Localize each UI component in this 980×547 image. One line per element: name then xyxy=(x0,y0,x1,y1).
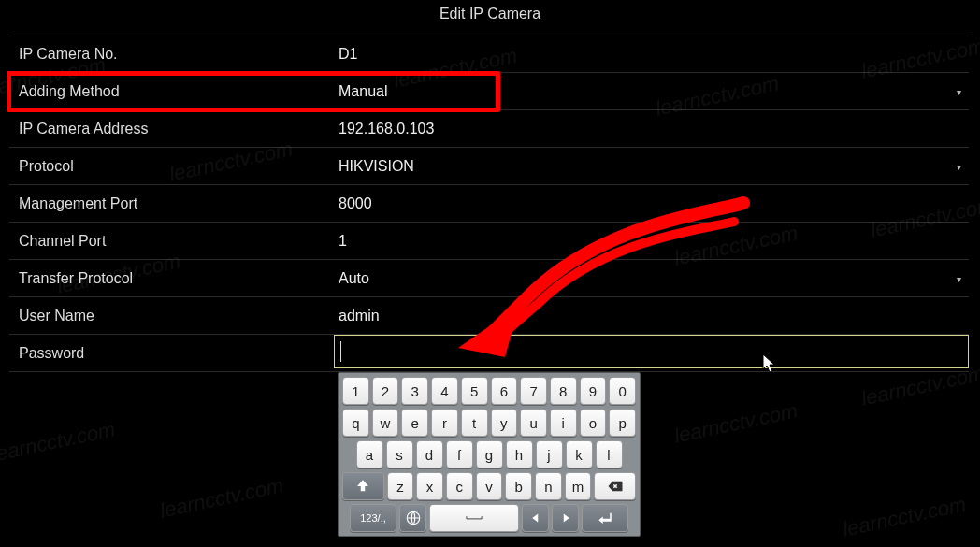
watermark: learncctv.com xyxy=(158,473,286,523)
key-5[interactable]: 5 xyxy=(461,377,488,405)
key-space[interactable] xyxy=(429,504,519,532)
dialog-title: Edit IP Camera xyxy=(0,6,980,22)
key-e[interactable]: e xyxy=(401,409,428,437)
key-symbols[interactable]: 123/., xyxy=(350,504,396,532)
key-a[interactable]: a xyxy=(356,440,383,468)
row-ip-address: IP Camera Address 192.168.0.103 xyxy=(9,110,969,148)
row-mgmt-port: Management Port 8000 xyxy=(9,185,969,223)
key-1[interactable]: 1 xyxy=(342,377,369,405)
password-input[interactable] xyxy=(334,335,969,368)
key-t[interactable]: t xyxy=(461,409,488,437)
label-user-name: User Name xyxy=(9,308,333,324)
chevron-down-icon: ▾ xyxy=(957,86,961,96)
key-h[interactable]: h xyxy=(506,440,533,468)
key-globe[interactable] xyxy=(399,504,426,532)
label-transfer-protocol: Transfer Protocol xyxy=(9,270,333,287)
key-d[interactable]: d xyxy=(416,440,443,468)
key-n[interactable]: n xyxy=(535,472,562,500)
row-adding-method: Adding Method Manual ▾ xyxy=(9,73,969,110)
key-8[interactable]: 8 xyxy=(550,377,577,405)
shift-icon xyxy=(354,478,371,495)
key-2[interactable]: 2 xyxy=(372,377,399,405)
key-f[interactable]: f xyxy=(446,440,473,468)
label-camera-no: IP Camera No. xyxy=(9,46,333,63)
keyboard-row-2: q w e r t y u i o p xyxy=(342,409,636,437)
key-9[interactable]: 9 xyxy=(580,377,607,405)
keyboard-row-1: 1 2 3 4 5 6 7 8 9 0 xyxy=(342,377,636,405)
key-y[interactable]: y xyxy=(491,409,518,437)
key-r[interactable]: r xyxy=(431,409,458,437)
key-backspace[interactable] xyxy=(594,472,636,500)
watermark: learncctv.com xyxy=(0,417,117,467)
row-transfer-protocol: Transfer Protocol Auto ▾ xyxy=(9,260,969,297)
key-x[interactable]: x xyxy=(416,472,443,500)
on-screen-keyboard: 1 2 3 4 5 6 7 8 9 0 q w e r t y u i o p … xyxy=(338,372,641,537)
key-3[interactable]: 3 xyxy=(401,377,428,405)
row-protocol: Protocol HIKVISION ▾ xyxy=(9,148,969,185)
key-shift[interactable] xyxy=(342,472,384,500)
watermark: learncctv.com xyxy=(841,492,969,541)
space-icon xyxy=(466,510,483,526)
label-password: Password xyxy=(9,345,333,362)
value-transfer-protocol[interactable]: Auto ▾ xyxy=(333,270,969,287)
chevron-down-icon: ▾ xyxy=(957,273,961,283)
key-0[interactable]: 0 xyxy=(609,377,636,405)
key-enter[interactable] xyxy=(582,504,628,532)
key-6[interactable]: 6 xyxy=(491,377,518,405)
value-adding-method[interactable]: Manual ▾ xyxy=(333,83,969,100)
arrow-right-icon xyxy=(557,510,574,526)
key-7[interactable]: 7 xyxy=(520,377,547,405)
key-q[interactable]: q xyxy=(342,409,369,437)
chevron-down-icon: ▾ xyxy=(957,161,961,171)
key-k[interactable]: k xyxy=(566,440,593,468)
row-camera-no: IP Camera No. D1 xyxy=(9,36,969,73)
arrow-left-icon xyxy=(527,510,544,526)
value-user-name[interactable]: admin xyxy=(333,308,969,324)
keyboard-row-3: a s d f g h j k l xyxy=(342,440,636,468)
key-u[interactable]: u xyxy=(520,409,547,437)
value-mgmt-port[interactable]: 8000 xyxy=(333,195,969,212)
key-arrow-left[interactable] xyxy=(522,504,549,532)
value-protocol[interactable]: HIKVISION ▾ xyxy=(333,158,969,175)
label-adding-method: Adding Method xyxy=(9,83,333,100)
row-user-name: User Name admin xyxy=(9,297,969,335)
keyboard-row-4: z x c v b n m xyxy=(342,472,636,500)
label-channel-port: Channel Port xyxy=(9,233,333,250)
label-mgmt-port: Management Port xyxy=(9,195,333,212)
text-cursor xyxy=(340,341,341,362)
backspace-icon xyxy=(607,478,624,495)
globe-icon xyxy=(405,510,422,526)
value-channel-port[interactable]: 1 xyxy=(333,233,969,250)
key-s[interactable]: s xyxy=(386,440,413,468)
key-m[interactable]: m xyxy=(565,472,592,500)
key-c[interactable]: c xyxy=(446,472,473,500)
watermark: learncctv.com xyxy=(672,398,800,448)
row-channel-port: Channel Port 1 xyxy=(9,223,969,260)
key-l[interactable]: l xyxy=(596,440,623,468)
enter-icon xyxy=(597,510,613,526)
keyboard-row-5: 123/., xyxy=(342,504,636,532)
key-o[interactable]: o xyxy=(580,409,607,437)
key-b[interactable]: b xyxy=(505,472,532,500)
key-w[interactable]: w xyxy=(372,409,399,437)
label-ip-address: IP Camera Address xyxy=(9,121,333,137)
key-v[interactable]: v xyxy=(476,472,503,500)
key-j[interactable]: j xyxy=(536,440,563,468)
key-p[interactable]: p xyxy=(609,409,636,437)
form: IP Camera No. D1 Adding Method Manual ▾ … xyxy=(9,36,969,372)
key-g[interactable]: g xyxy=(476,440,503,468)
key-arrow-right[interactable] xyxy=(552,504,579,532)
key-i[interactable]: i xyxy=(550,409,577,437)
value-camera-no[interactable]: D1 xyxy=(333,46,969,63)
key-4[interactable]: 4 xyxy=(431,377,458,405)
key-z[interactable]: z xyxy=(387,472,414,500)
label-protocol: Protocol xyxy=(9,158,333,175)
value-ip-address[interactable]: 192.168.0.103 xyxy=(333,121,969,137)
